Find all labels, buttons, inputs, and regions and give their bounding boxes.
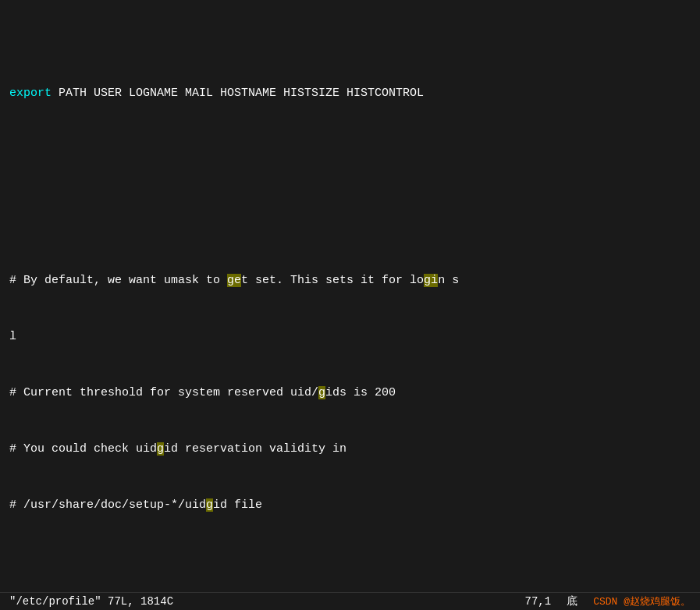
editor-container: export PATH USER LOGNAME MAIL HOSTNAME H… xyxy=(0,0,700,610)
line-comment-4: # /usr/share/doc/setup-*/uidgid file xyxy=(9,496,691,515)
code-area: export PATH USER LOGNAME MAIL HOSTNAME H… xyxy=(0,6,700,610)
status-csdn: CSDN @赵烧鸡腿饭。 xyxy=(593,594,691,608)
status-chars: 1814C xyxy=(140,595,173,608)
status-position: 77,1 xyxy=(525,595,552,608)
status-bar: "/etc/profile" 77L, 1814C 77,1 底 CSDN @赵… xyxy=(0,592,700,610)
status-csdn-user: @赵烧鸡腿饭。 xyxy=(624,596,691,608)
status-lines: 77L, xyxy=(108,595,134,608)
line-empty-1 xyxy=(9,178,691,197)
line-comment-3: # You could check uidgid reservation val… xyxy=(9,440,691,459)
status-filename: "/etc/profile" 77L, 1814C xyxy=(9,595,173,608)
line-comment-2: # Current threshold for system reserved … xyxy=(9,384,691,403)
status-mode: 底 xyxy=(567,594,577,608)
keyword-export: export xyxy=(9,87,52,100)
line-comment-1: # By default, we want umask to get set. … xyxy=(9,271,691,290)
line-1: export PATH USER LOGNAME MAIL HOSTNAME H… xyxy=(9,84,691,103)
line-comment-cont: l xyxy=(9,328,691,346)
status-filename-text: "/etc/profile" xyxy=(9,595,101,608)
